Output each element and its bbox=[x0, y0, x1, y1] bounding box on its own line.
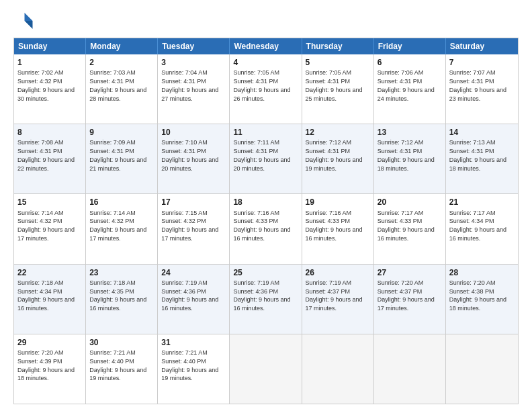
day-info: Sunrise: 7:13 AMSunset: 4:31 PMDaylight:… bbox=[449, 139, 506, 171]
day-number: 17 bbox=[161, 197, 226, 208]
day-cell: 5Sunrise: 7:05 AMSunset: 4:31 PMDaylight… bbox=[302, 54, 374, 124]
weekday-header: Saturday bbox=[446, 38, 518, 54]
day-number: 21 bbox=[449, 197, 515, 208]
day-cell: 2Sunrise: 7:03 AMSunset: 4:31 PMDaylight… bbox=[86, 54, 158, 124]
day-number: 18 bbox=[233, 197, 298, 208]
day-cell: 20Sunrise: 7:17 AMSunset: 4:33 PMDayligh… bbox=[374, 194, 446, 263]
day-info: Sunrise: 7:16 AMSunset: 4:33 PMDaylight:… bbox=[306, 210, 363, 242]
day-number: 14 bbox=[449, 127, 515, 138]
day-number: 13 bbox=[378, 127, 442, 138]
day-cell: 30Sunrise: 7:21 AMSunset: 4:40 PMDayligh… bbox=[86, 334, 158, 404]
day-info: Sunrise: 7:17 AMSunset: 4:33 PMDaylight:… bbox=[378, 210, 435, 242]
weekday-header: Monday bbox=[86, 38, 158, 54]
day-info: Sunrise: 7:20 AMSunset: 4:37 PMDaylight:… bbox=[378, 279, 435, 312]
day-info: Sunrise: 7:20 AMSunset: 4:38 PMDaylight:… bbox=[449, 279, 506, 312]
day-number: 5 bbox=[306, 57, 370, 68]
day-info: Sunrise: 7:12 AMSunset: 4:31 PMDaylight:… bbox=[306, 139, 363, 171]
day-cell: 23Sunrise: 7:18 AMSunset: 4:35 PMDayligh… bbox=[86, 265, 158, 334]
day-info: Sunrise: 7:19 AMSunset: 4:36 PMDaylight:… bbox=[161, 279, 218, 312]
day-info: Sunrise: 7:14 AMSunset: 4:32 PMDaylight:… bbox=[89, 210, 146, 242]
day-cell: 17Sunrise: 7:15 AMSunset: 4:32 PMDayligh… bbox=[158, 194, 230, 263]
day-info: Sunrise: 7:02 AMSunset: 4:32 PMDaylight:… bbox=[17, 69, 75, 101]
day-cell: 22Sunrise: 7:18 AMSunset: 4:34 PMDayligh… bbox=[14, 265, 86, 334]
calendar-row: 1Sunrise: 7:02 AMSunset: 4:32 PMDaylight… bbox=[14, 54, 518, 124]
day-info: Sunrise: 7:18 AMSunset: 4:34 PMDaylight:… bbox=[17, 279, 75, 312]
day-cell: 28Sunrise: 7:20 AMSunset: 4:38 PMDayligh… bbox=[446, 265, 518, 334]
day-cell: 19Sunrise: 7:16 AMSunset: 4:33 PMDayligh… bbox=[302, 194, 374, 263]
empty-cell bbox=[374, 334, 446, 404]
day-number: 22 bbox=[17, 267, 82, 278]
day-number: 19 bbox=[306, 197, 370, 208]
calendar-row: 22Sunrise: 7:18 AMSunset: 4:34 PMDayligh… bbox=[14, 264, 518, 334]
day-info: Sunrise: 7:11 AMSunset: 4:31 PMDaylight:… bbox=[233, 139, 290, 171]
day-number: 9 bbox=[89, 127, 154, 138]
day-cell: 8Sunrise: 7:08 AMSunset: 4:31 PMDaylight… bbox=[14, 124, 86, 193]
day-cell: 9Sunrise: 7:09 AMSunset: 4:31 PMDaylight… bbox=[86, 124, 158, 193]
day-number: 8 bbox=[17, 127, 82, 138]
day-cell: 24Sunrise: 7:19 AMSunset: 4:36 PMDayligh… bbox=[158, 265, 230, 334]
day-cell: 6Sunrise: 7:06 AMSunset: 4:31 PMDaylight… bbox=[374, 54, 446, 124]
svg-marker-0 bbox=[25, 13, 33, 21]
day-info: Sunrise: 7:09 AMSunset: 4:31 PMDaylight:… bbox=[89, 139, 146, 171]
day-info: Sunrise: 7:20 AMSunset: 4:39 PMDaylight:… bbox=[17, 349, 75, 381]
day-number: 29 bbox=[17, 337, 82, 348]
day-cell: 14Sunrise: 7:13 AMSunset: 4:31 PMDayligh… bbox=[446, 124, 518, 193]
day-info: Sunrise: 7:18 AMSunset: 4:35 PMDaylight:… bbox=[89, 279, 146, 312]
day-info: Sunrise: 7:12 AMSunset: 4:31 PMDaylight:… bbox=[378, 139, 435, 171]
day-cell: 15Sunrise: 7:14 AMSunset: 4:32 PMDayligh… bbox=[14, 194, 86, 263]
calendar-row: 15Sunrise: 7:14 AMSunset: 4:32 PMDayligh… bbox=[14, 193, 518, 263]
day-info: Sunrise: 7:19 AMSunset: 4:36 PMDaylight:… bbox=[233, 279, 290, 312]
weekday-header: Wednesday bbox=[230, 38, 302, 54]
day-number: 24 bbox=[161, 267, 226, 278]
day-cell: 27Sunrise: 7:20 AMSunset: 4:37 PMDayligh… bbox=[374, 265, 446, 334]
day-cell: 31Sunrise: 7:21 AMSunset: 4:40 PMDayligh… bbox=[158, 334, 230, 404]
day-info: Sunrise: 7:03 AMSunset: 4:31 PMDaylight:… bbox=[89, 69, 146, 101]
day-number: 27 bbox=[378, 267, 442, 278]
day-number: 1 bbox=[17, 57, 82, 68]
day-cell: 11Sunrise: 7:11 AMSunset: 4:31 PMDayligh… bbox=[230, 124, 302, 193]
day-number: 16 bbox=[89, 197, 154, 208]
day-info: Sunrise: 7:04 AMSunset: 4:31 PMDaylight:… bbox=[161, 69, 218, 101]
day-number: 6 bbox=[378, 57, 442, 68]
day-number: 4 bbox=[233, 57, 298, 68]
day-info: Sunrise: 7:19 AMSunset: 4:37 PMDaylight:… bbox=[306, 279, 363, 312]
calendar-body: 1Sunrise: 7:02 AMSunset: 4:32 PMDaylight… bbox=[14, 54, 518, 404]
calendar: SundayMondayTuesdayWednesdayThursdayFrid… bbox=[13, 38, 519, 404]
empty-cell bbox=[230, 334, 302, 404]
day-number: 7 bbox=[449, 57, 515, 68]
day-info: Sunrise: 7:17 AMSunset: 4:34 PMDaylight:… bbox=[449, 210, 506, 242]
day-number: 26 bbox=[306, 267, 370, 278]
day-info: Sunrise: 7:07 AMSunset: 4:31 PMDaylight:… bbox=[449, 69, 506, 101]
day-info: Sunrise: 7:05 AMSunset: 4:31 PMDaylight:… bbox=[306, 69, 363, 101]
day-number: 10 bbox=[161, 127, 226, 138]
day-number: 25 bbox=[233, 267, 298, 278]
weekday-header: Thursday bbox=[302, 38, 374, 54]
day-number: 20 bbox=[378, 197, 442, 208]
day-info: Sunrise: 7:08 AMSunset: 4:31 PMDaylight:… bbox=[17, 139, 75, 171]
day-cell: 16Sunrise: 7:14 AMSunset: 4:32 PMDayligh… bbox=[86, 194, 158, 263]
weekday-header: Friday bbox=[374, 38, 446, 54]
day-number: 28 bbox=[449, 267, 515, 278]
day-number: 11 bbox=[233, 127, 298, 138]
day-cell: 18Sunrise: 7:16 AMSunset: 4:33 PMDayligh… bbox=[230, 194, 302, 263]
day-cell: 26Sunrise: 7:19 AMSunset: 4:37 PMDayligh… bbox=[302, 265, 374, 334]
day-cell: 29Sunrise: 7:20 AMSunset: 4:39 PMDayligh… bbox=[14, 334, 86, 404]
day-info: Sunrise: 7:21 AMSunset: 4:40 PMDaylight:… bbox=[161, 349, 218, 381]
calendar-row: 29Sunrise: 7:20 AMSunset: 4:39 PMDayligh… bbox=[14, 334, 518, 404]
calendar-header: SundayMondayTuesdayWednesdayThursdayFrid… bbox=[14, 38, 518, 54]
logo bbox=[13, 11, 36, 31]
day-number: 31 bbox=[161, 337, 226, 348]
empty-cell bbox=[446, 334, 518, 404]
day-number: 2 bbox=[89, 57, 154, 68]
day-cell: 10Sunrise: 7:10 AMSunset: 4:31 PMDayligh… bbox=[158, 124, 230, 193]
calendar-row: 8Sunrise: 7:08 AMSunset: 4:31 PMDaylight… bbox=[14, 124, 518, 193]
day-number: 3 bbox=[161, 57, 226, 68]
header bbox=[13, 11, 519, 31]
page: SundayMondayTuesdayWednesdayThursdayFrid… bbox=[0, 0, 532, 411]
weekday-header: Tuesday bbox=[158, 38, 230, 54]
empty-cell bbox=[302, 334, 374, 404]
day-number: 23 bbox=[89, 267, 154, 278]
day-cell: 12Sunrise: 7:12 AMSunset: 4:31 PMDayligh… bbox=[302, 124, 374, 193]
day-info: Sunrise: 7:06 AMSunset: 4:31 PMDaylight:… bbox=[378, 69, 435, 101]
day-cell: 4Sunrise: 7:05 AMSunset: 4:31 PMDaylight… bbox=[230, 54, 302, 124]
